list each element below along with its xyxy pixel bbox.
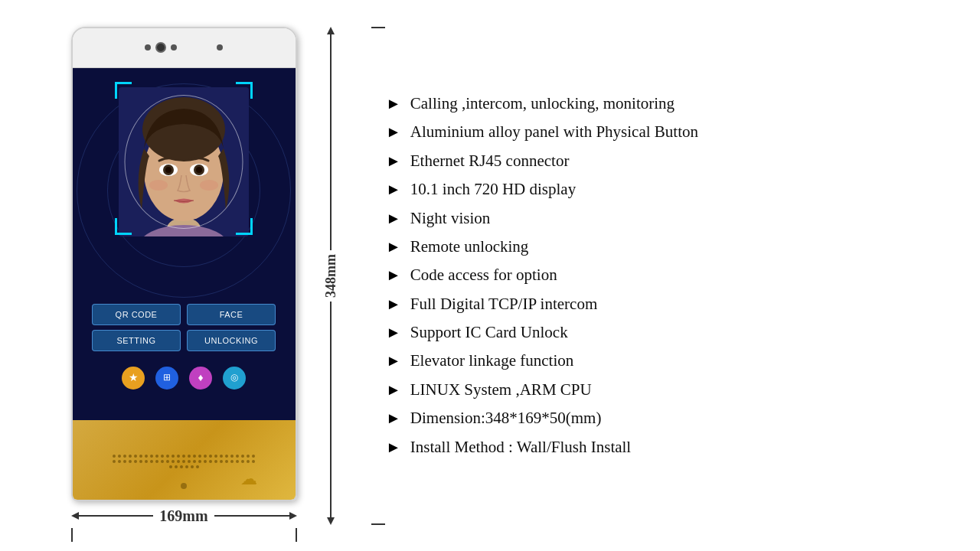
speaker-dot <box>230 455 234 458</box>
speaker-dot <box>209 460 212 463</box>
feature-text-8: Support IC Card Unlock <box>410 321 568 344</box>
speaker-dot <box>198 455 201 458</box>
bullet-2: ► <box>386 150 401 171</box>
feature-text-2: Ethernet RJ45 connector <box>410 150 570 172</box>
bracket-left <box>71 528 73 542</box>
speaker-dot <box>150 455 153 458</box>
top-bezel <box>73 28 296 68</box>
speaker-dot <box>139 460 142 463</box>
feature-item: ► 10.1 inch 720 HD display <box>386 176 962 203</box>
feature-item: ► Install Method : Wall/Flush Install <box>386 434 962 461</box>
feature-item: ► Calling ,intercom, unlocking, monitori… <box>386 90 962 117</box>
bullet-10: ► <box>386 379 401 400</box>
feature-text-6: Code access for option <box>410 264 557 286</box>
speaker-dot <box>252 460 255 463</box>
corner-br <box>236 218 253 235</box>
feature-item: ► Ethernet RJ45 connector <box>386 148 962 174</box>
speaker-dot <box>220 460 223 463</box>
speaker-dot <box>118 460 121 463</box>
speaker-dot <box>161 460 164 463</box>
camera-dot-1 <box>145 44 151 51</box>
feature-text-12: Install Method : Wall/Flush Install <box>410 436 631 458</box>
screen-buttons: QR CODE FACE SETTING UNLOCKING <box>92 304 276 351</box>
speaker-dot <box>155 460 158 463</box>
qr-code-btn[interactable]: QR CODE <box>92 304 181 325</box>
icon-pink[interactable]: ♦ <box>189 367 212 390</box>
feature-text-1: Aluminium alloy panel with Physical Butt… <box>410 121 698 143</box>
feature-item: ► LINUX System ,ARM CPU <box>386 377 962 403</box>
speaker-dot <box>193 455 196 458</box>
speaker-dot <box>113 455 116 458</box>
feature-text-4: Night vision <box>410 207 490 230</box>
feature-item: ► Full Digital TCP/IP intercom <box>386 291 962 318</box>
camera-dot-3 <box>217 44 223 51</box>
feature-item: ► Code access for option <box>386 262 962 289</box>
width-line-left <box>79 515 154 517</box>
feature-item: ► Support IC Card Unlock <box>386 319 962 346</box>
icon-orange[interactable]: ★ <box>122 367 145 390</box>
speaker-dot <box>123 460 126 463</box>
device-wrapper: QR CODE FACE SETTING UNLOCKING ★ ⊞ <box>71 27 297 525</box>
bullet-11: ► <box>386 407 401 429</box>
feature-text-7: Full Digital TCP/IP intercom <box>410 293 597 315</box>
speaker-dot <box>214 460 217 463</box>
speaker-dot <box>172 460 175 463</box>
speaker-dot <box>204 455 207 458</box>
feature-item: ► Remote unlocking <box>386 233 962 260</box>
speaker-dot <box>193 460 196 463</box>
bracket-bottom <box>371 523 385 525</box>
speaker-dot <box>166 455 169 458</box>
bullet-9: ► <box>386 350 401 371</box>
icon-cyan[interactable]: ◎ <box>223 367 246 390</box>
speaker-dot <box>155 455 158 458</box>
speaker-dot <box>172 455 175 458</box>
speaker-dot <box>182 455 185 458</box>
speaker-dot <box>247 460 250 463</box>
main-camera <box>155 42 166 53</box>
speaker-dot <box>220 455 223 458</box>
speaker-dot <box>134 460 137 463</box>
feature-item: ► Elevator linkage function <box>386 347 962 374</box>
speaker-dot <box>123 455 126 458</box>
speaker-dot <box>252 455 255 458</box>
dimension-line-v <box>330 34 332 250</box>
bullet-8: ► <box>386 321 401 343</box>
bullet-0: ► <box>386 93 401 114</box>
icon-blue[interactable]: ⊞ <box>155 367 178 390</box>
speaker-dot <box>175 465 178 468</box>
unlocking-btn[interactable]: UNLOCKING <box>187 330 276 351</box>
screen-icons: ★ ⊞ ♦ ◎ <box>122 367 246 390</box>
speaker-dot <box>129 455 132 458</box>
speaker-dot <box>169 465 172 468</box>
face-btn[interactable]: FACE <box>187 304 276 325</box>
setting-btn[interactable]: SETTING <box>92 330 181 351</box>
phone-device: QR CODE FACE SETTING UNLOCKING ★ ⊞ <box>71 27 297 501</box>
speaker-dot <box>113 460 116 463</box>
speaker-dot <box>145 460 148 463</box>
corner-tr <box>236 82 253 99</box>
speaker-dot <box>129 460 132 463</box>
feature-text-11: Dimension:348*169*50(mm) <box>410 407 602 429</box>
speaker-dot <box>150 460 153 463</box>
speaker-dot <box>134 455 137 458</box>
width-arrow-right <box>289 512 297 520</box>
bullet-3: ► <box>386 178 401 200</box>
feature-item: ► Aluminium alloy panel with Physical Bu… <box>386 119 962 145</box>
bullet-12: ► <box>386 436 401 458</box>
speaker-dot <box>180 465 183 468</box>
feature-text-5: Remote unlocking <box>410 236 529 258</box>
camera-area <box>145 42 223 53</box>
speaker-dot <box>118 455 121 458</box>
corner-tl <box>115 82 132 99</box>
speaker-dot <box>241 455 244 458</box>
btn-row-1: QR CODE FACE <box>92 304 276 325</box>
speaker-dot <box>166 460 169 463</box>
feature-text-10: LINUX System ,ARM CPU <box>410 379 592 401</box>
speaker-dot <box>247 455 250 458</box>
fingerprint-icon: ☁ <box>240 469 257 489</box>
features-panel: ► Calling ,intercom, unlocking, monitori… <box>368 0 980 551</box>
speaker-dot <box>177 455 180 458</box>
width-arrow-left <box>71 512 79 520</box>
speaker-dot <box>214 455 217 458</box>
left-panel: QR CODE FACE SETTING UNLOCKING ★ ⊞ <box>0 0 368 551</box>
